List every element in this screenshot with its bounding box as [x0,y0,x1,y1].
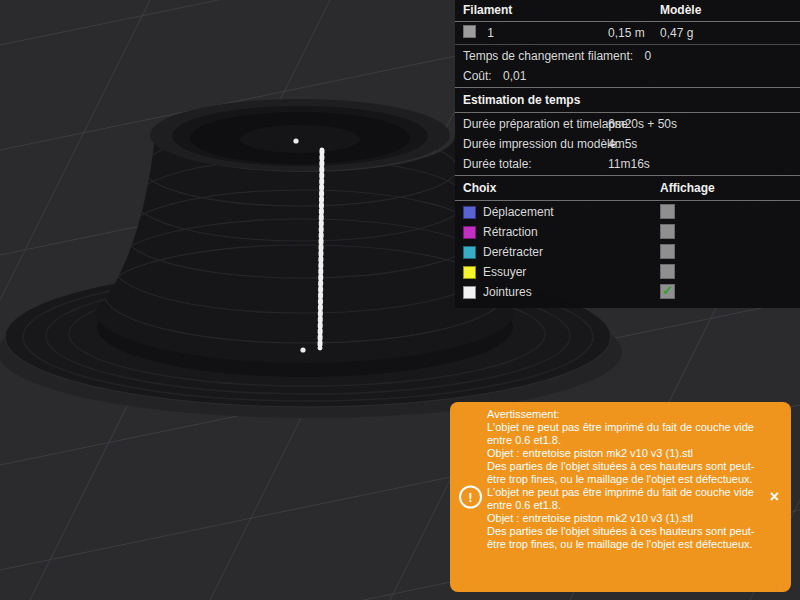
wipe-visibility-checkbox[interactable] [660,264,675,279]
legend-row-essuyer: Essuyer [455,262,800,282]
legend-row-deretracter: Derétracter [455,242,800,262]
seams-visibility-checkbox[interactable]: ✓ [660,284,675,299]
time-row-model: Durée impression du modèle: 4m5s [455,134,800,154]
travel-visibility-checkbox[interactable] [660,204,675,219]
legend-row-jointures: Jointures ✓ [455,282,800,302]
divider [455,200,800,201]
unretraction-color-swatch [463,246,476,259]
divider [455,21,800,22]
warning-toast: ! Avertissement: L'objet ne peut pas êtr… [450,402,791,592]
seams-color-swatch [463,286,476,299]
filament-row[interactable]: 1 0,15 m 0,47 g [455,23,800,43]
preview-stats-panel: Filament Modèle 1 0,15 m 0,47 g Temps de… [455,0,800,308]
time-row-total: Durée totale: 11m16s [455,154,800,174]
time-section-header: Estimation de temps [455,89,800,111]
divider [455,175,800,176]
wipe-color-swatch [463,266,476,279]
legend-row-retraction: Rétraction [455,222,800,242]
unretraction-visibility-checkbox[interactable] [660,244,675,259]
columns-header-row: Filament Modèle [455,0,800,20]
cost-value: 0,01 [503,69,526,83]
filament-length: 0,15 m [608,25,645,41]
filament-id: 1 [487,26,494,40]
filament-change-label: Temps de changement filament: [463,49,633,63]
warning-message: Avertissement: L'objet ne peut pas être … [487,408,761,551]
filament-change-row: Temps de changement filament: 0 [455,46,800,66]
filament-weight: 0,47 g [660,25,693,41]
legend-label: Rétraction [483,225,538,239]
legend-label: Essuyer [483,265,526,279]
legend-row-deplacement: Déplacement [455,202,800,222]
cost-label: Coût: [463,69,492,83]
slicer-window: Filament Modèle 1 0,15 m 0,47 g Temps de… [0,0,800,600]
display-column-header: Affichage [660,179,715,197]
divider [455,87,800,88]
model-column-header: Modèle [660,2,701,18]
filament-column-header: Filament [463,3,512,17]
legend-label: Déplacement [483,205,554,219]
retraction-visibility-checkbox[interactable] [660,224,675,239]
warning-icon: ! [459,486,482,509]
time-row-preparation: Durée préparation et timelapse: 6m20s + … [455,114,800,134]
travel-color-swatch [463,206,476,219]
retraction-color-swatch [463,226,476,239]
legend-label: Derétracter [483,245,543,259]
cost-row: Coût: 0,01 [455,66,800,86]
divider [455,112,800,113]
options-column-header: Choix [463,181,496,195]
legend-header-row: Choix Affichage [455,177,800,199]
close-icon[interactable]: × [770,489,779,505]
filament-color-swatch [463,25,476,38]
legend-label: Jointures [483,285,532,299]
filament-change-value: 0 [644,49,651,63]
divider [455,44,800,45]
